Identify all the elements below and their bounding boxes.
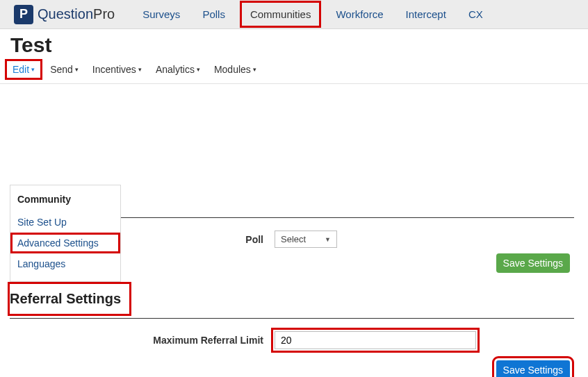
sub-nav: Edit ▾ Send ▾ Incentives ▾ Analytics ▾ M…	[0, 61, 588, 84]
dropdown-languages[interactable]: Languages	[10, 253, 120, 274]
poll-select-value: Select	[281, 234, 306, 244]
subnav-send[interactable]: Send ▾	[46, 61, 83, 78]
main-nav: Surveys Polls Communities Workforce Inte…	[142, 8, 483, 20]
subnav-modules-label: Modules	[214, 64, 251, 75]
subnav-incentives-label: Incentives	[92, 64, 136, 75]
subnav-edit[interactable]: Edit ▾	[7, 61, 40, 78]
subnav-edit-label: Edit	[13, 64, 29, 75]
dropdown-site-setup[interactable]: Site Set Up	[10, 212, 120, 233]
chevron-down-icon: ▾	[197, 66, 200, 73]
save-settings-button-referral[interactable]: Save Settings	[496, 360, 570, 377]
logo-icon: P	[14, 5, 33, 24]
subnav-analytics-label: Analytics	[156, 64, 195, 75]
nav-communities[interactable]: Communities	[247, 8, 314, 20]
dropdown-advanced-settings[interactable]: Advanced Settings	[10, 233, 120, 253]
logo[interactable]: P QuestionPro	[14, 5, 115, 24]
referral-limit-row: Maximum Referral Limit	[10, 331, 574, 349]
nav-polls[interactable]: Polls	[202, 8, 225, 20]
chevron-down-icon: ▼	[325, 236, 331, 243]
edit-dropdown: Community Site Set Up Advanced Settings …	[10, 185, 121, 282]
save-settings-button-embed[interactable]: Save Settings	[496, 253, 570, 273]
nav-intercept[interactable]: Intercept	[406, 8, 446, 20]
subnav-analytics[interactable]: Analytics ▾	[152, 61, 204, 78]
chevron-down-icon: ▾	[31, 66, 35, 73]
nav-surveys[interactable]: Surveys	[142, 8, 180, 20]
subnav-modules[interactable]: Modules ▾	[210, 61, 261, 78]
nav-workforce[interactable]: Workforce	[336, 8, 383, 20]
referral-save-row: Save Settings	[10, 360, 574, 377]
referral-limit-label: Maximum Referral Limit	[10, 335, 263, 346]
referral-section: Referral Settings Maximum Referral Limit…	[10, 278, 574, 377]
logo-text: QuestionPro	[38, 6, 115, 22]
subnav-incentives[interactable]: Incentives ▾	[88, 61, 146, 78]
divider	[10, 318, 574, 319]
dropdown-header: Community	[10, 185, 120, 212]
chevron-down-icon: ▾	[75, 66, 79, 73]
poll-select[interactable]: Select ▼	[275, 231, 337, 248]
chevron-down-icon: ▾	[138, 66, 142, 73]
subnav-send-label: Send	[50, 64, 73, 75]
content-area: Community Site Set Up Advanced Settings …	[0, 185, 588, 377]
page-title: Test	[0, 29, 588, 61]
referral-heading: Referral Settings	[10, 284, 129, 314]
chevron-down-icon: ▾	[253, 66, 256, 73]
referral-limit-input[interactable]	[275, 331, 476, 349]
top-bar: P QuestionPro Surveys Polls Communities …	[0, 0, 588, 29]
nav-cx[interactable]: CX	[468, 8, 483, 20]
